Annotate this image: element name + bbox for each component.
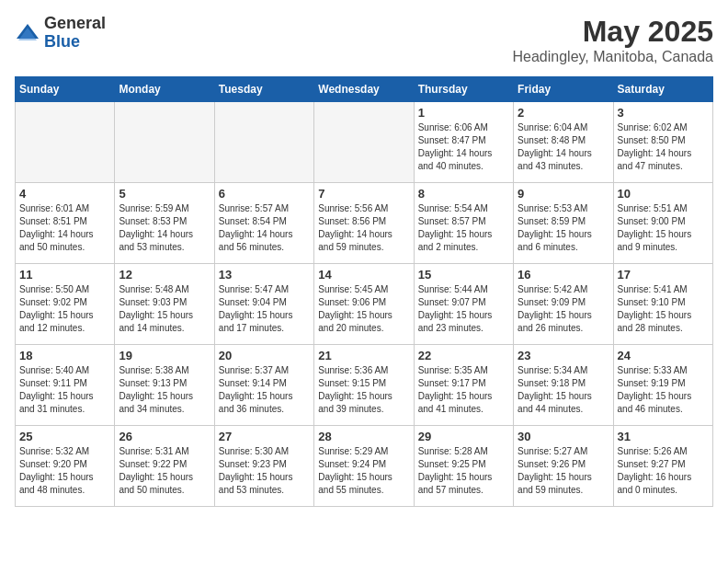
- day-header-tuesday: Tuesday: [214, 77, 313, 102]
- day-number: 3: [618, 106, 709, 120]
- calendar-cell: 22Sunrise: 5:35 AMSunset: 9:17 PMDayligh…: [414, 345, 513, 426]
- calendar-cell: 25Sunrise: 5:32 AMSunset: 9:20 PMDayligh…: [16, 426, 115, 507]
- day-number: 13: [219, 268, 310, 282]
- calendar-cell: 31Sunrise: 5:26 AMSunset: 9:27 PMDayligh…: [613, 426, 712, 507]
- calendar-cell: 19Sunrise: 5:38 AMSunset: 9:13 PMDayligh…: [115, 345, 214, 426]
- day-number: 30: [518, 430, 609, 443]
- cell-text: Sunrise: 5:56 AMSunset: 8:56 PMDaylight:…: [318, 202, 409, 254]
- calendar-cell: 6Sunrise: 5:57 AMSunset: 8:54 PMDaylight…: [214, 183, 313, 264]
- logo: General Blue: [15, 15, 106, 52]
- page-header: General Blue May 2025 Headingley, Manito…: [15, 15, 713, 65]
- cell-text: Sunrise: 5:50 AMSunset: 9:02 PMDaylight:…: [19, 283, 110, 335]
- cell-text: Sunrise: 5:28 AMSunset: 9:25 PMDaylight:…: [418, 445, 509, 497]
- day-number: 16: [518, 268, 609, 282]
- cell-text: Sunrise: 5:47 AMSunset: 9:04 PMDaylight:…: [219, 283, 310, 335]
- cell-text: Sunrise: 6:06 AMSunset: 8:47 PMDaylight:…: [418, 121, 509, 173]
- cell-text: Sunrise: 6:01 AMSunset: 8:51 PMDaylight:…: [19, 202, 110, 254]
- calendar-cell: 1Sunrise: 6:06 AMSunset: 8:47 PMDaylight…: [414, 102, 513, 183]
- day-number: 27: [219, 430, 310, 443]
- calendar-cell: 20Sunrise: 5:37 AMSunset: 9:14 PMDayligh…: [214, 345, 313, 426]
- calendar-cell: 2Sunrise: 6:04 AMSunset: 8:48 PMDaylight…: [514, 102, 613, 183]
- day-number: 1: [418, 106, 509, 120]
- day-number: 9: [518, 187, 609, 201]
- calendar-cell: 3Sunrise: 6:02 AMSunset: 8:50 PMDaylight…: [613, 102, 712, 183]
- cell-text: Sunrise: 5:57 AMSunset: 8:54 PMDaylight:…: [219, 202, 310, 254]
- day-number: 15: [418, 268, 509, 282]
- calendar-cell: [115, 102, 214, 183]
- cell-text: Sunrise: 5:29 AMSunset: 9:24 PMDaylight:…: [318, 445, 409, 497]
- title-block: May 2025 Headingley, Manitoba, Canada: [512, 15, 713, 65]
- cell-text: Sunrise: 5:31 AMSunset: 9:22 PMDaylight:…: [119, 445, 210, 497]
- cell-text: Sunrise: 6:04 AMSunset: 8:48 PMDaylight:…: [518, 121, 609, 173]
- day-number: 10: [618, 187, 709, 201]
- calendar-week-3: 11Sunrise: 5:50 AMSunset: 9:02 PMDayligh…: [16, 264, 713, 345]
- logo-text: General Blue: [44, 15, 106, 52]
- cell-text: Sunrise: 5:48 AMSunset: 9:03 PMDaylight:…: [119, 283, 210, 335]
- calendar-cell: 29Sunrise: 5:28 AMSunset: 9:25 PMDayligh…: [414, 426, 513, 507]
- cell-text: Sunrise: 5:26 AMSunset: 9:27 PMDaylight:…: [618, 445, 709, 497]
- day-number: 17: [618, 268, 709, 282]
- day-number: 21: [318, 349, 409, 362]
- calendar-cell: [214, 102, 313, 183]
- cell-text: Sunrise: 5:40 AMSunset: 9:11 PMDaylight:…: [19, 364, 110, 416]
- day-header-wednesday: Wednesday: [314, 77, 414, 102]
- day-header-monday: Monday: [115, 77, 214, 102]
- month-title: May 2025: [512, 15, 713, 49]
- calendar-cell: 27Sunrise: 5:30 AMSunset: 9:23 PMDayligh…: [214, 426, 313, 507]
- calendar-cell: 17Sunrise: 5:41 AMSunset: 9:10 PMDayligh…: [613, 264, 712, 345]
- calendar-week-1: 1Sunrise: 6:06 AMSunset: 8:47 PMDaylight…: [16, 102, 713, 183]
- location-label: Headingley, Manitoba, Canada: [512, 49, 713, 65]
- cell-text: Sunrise: 5:34 AMSunset: 9:18 PMDaylight:…: [518, 364, 609, 416]
- day-number: 20: [219, 349, 310, 362]
- cell-text: Sunrise: 6:02 AMSunset: 8:50 PMDaylight:…: [618, 121, 709, 173]
- calendar-week-4: 18Sunrise: 5:40 AMSunset: 9:11 PMDayligh…: [16, 345, 713, 426]
- day-header-thursday: Thursday: [414, 77, 513, 102]
- day-number: 25: [19, 430, 110, 443]
- calendar-cell: 30Sunrise: 5:27 AMSunset: 9:26 PMDayligh…: [514, 426, 613, 507]
- day-number: 11: [19, 268, 110, 282]
- day-number: 31: [618, 430, 709, 443]
- calendar-cell: 28Sunrise: 5:29 AMSunset: 9:24 PMDayligh…: [314, 426, 414, 507]
- calendar-cell: 4Sunrise: 6:01 AMSunset: 8:51 PMDaylight…: [16, 183, 115, 264]
- cell-text: Sunrise: 5:53 AMSunset: 8:59 PMDaylight:…: [518, 202, 609, 254]
- calendar-cell: 13Sunrise: 5:47 AMSunset: 9:04 PMDayligh…: [214, 264, 313, 345]
- cell-text: Sunrise: 5:35 AMSunset: 9:17 PMDaylight:…: [418, 364, 509, 416]
- calendar-week-5: 25Sunrise: 5:32 AMSunset: 9:20 PMDayligh…: [16, 426, 713, 507]
- calendar-cell: 7Sunrise: 5:56 AMSunset: 8:56 PMDaylight…: [314, 183, 414, 264]
- cell-text: Sunrise: 5:32 AMSunset: 9:20 PMDaylight:…: [19, 445, 110, 497]
- calendar-cell: 5Sunrise: 5:59 AMSunset: 8:53 PMDaylight…: [115, 183, 214, 264]
- logo-blue-label: Blue: [44, 33, 106, 52]
- cell-text: Sunrise: 5:33 AMSunset: 9:19 PMDaylight:…: [618, 364, 709, 416]
- cell-text: Sunrise: 5:37 AMSunset: 9:14 PMDaylight:…: [219, 364, 310, 416]
- day-number: 23: [518, 349, 609, 362]
- cell-text: Sunrise: 5:54 AMSunset: 8:57 PMDaylight:…: [418, 202, 509, 254]
- day-number: 18: [19, 349, 110, 362]
- calendar-cell: 21Sunrise: 5:36 AMSunset: 9:15 PMDayligh…: [314, 345, 414, 426]
- day-number: 24: [618, 349, 709, 362]
- calendar-cell: 16Sunrise: 5:42 AMSunset: 9:09 PMDayligh…: [514, 264, 613, 345]
- day-number: 19: [119, 349, 210, 362]
- cell-text: Sunrise: 5:38 AMSunset: 9:13 PMDaylight:…: [119, 364, 210, 416]
- calendar-table: SundayMondayTuesdayWednesdayThursdayFrid…: [15, 76, 713, 507]
- calendar-cell: 9Sunrise: 5:53 AMSunset: 8:59 PMDaylight…: [514, 183, 613, 264]
- day-header-saturday: Saturday: [613, 77, 712, 102]
- calendar-cell: [16, 102, 115, 183]
- calendar-cell: 26Sunrise: 5:31 AMSunset: 9:22 PMDayligh…: [115, 426, 214, 507]
- day-number: 26: [119, 430, 210, 443]
- day-number: 14: [318, 268, 409, 282]
- calendar-cell: 23Sunrise: 5:34 AMSunset: 9:18 PMDayligh…: [514, 345, 613, 426]
- day-number: 6: [219, 187, 310, 201]
- calendar-cell: 18Sunrise: 5:40 AMSunset: 9:11 PMDayligh…: [16, 345, 115, 426]
- cell-text: Sunrise: 5:44 AMSunset: 9:07 PMDaylight:…: [418, 283, 509, 335]
- calendar-week-2: 4Sunrise: 6:01 AMSunset: 8:51 PMDaylight…: [16, 183, 713, 264]
- day-number: 12: [119, 268, 210, 282]
- calendar-cell: [314, 102, 414, 183]
- day-number: 22: [418, 349, 509, 362]
- calendar-header-row: SundayMondayTuesdayWednesdayThursdayFrid…: [16, 77, 713, 102]
- day-header-sunday: Sunday: [16, 77, 115, 102]
- cell-text: Sunrise: 5:41 AMSunset: 9:10 PMDaylight:…: [618, 283, 709, 335]
- day-number: 8: [418, 187, 509, 201]
- cell-text: Sunrise: 5:59 AMSunset: 8:53 PMDaylight:…: [119, 202, 210, 254]
- logo-general-label: General: [44, 15, 106, 33]
- cell-text: Sunrise: 5:51 AMSunset: 9:00 PMDaylight:…: [618, 202, 709, 254]
